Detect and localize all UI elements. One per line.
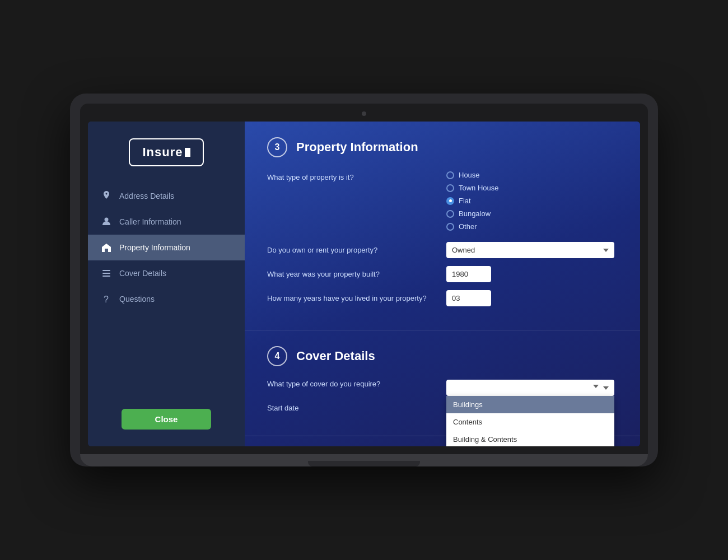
svg-rect-2 — [102, 273, 110, 274]
year-built-label: What year was your property built? — [267, 270, 435, 278]
person-icon — [101, 217, 111, 227]
dropdown-item-buildings[interactable]: Buildings — [446, 396, 614, 413]
radio-dot-bungalow — [446, 210, 454, 218]
radio-bungalow[interactable]: Bungalow — [446, 209, 499, 218]
cover-section-header: 4 Cover Details — [267, 346, 618, 366]
cover-type-dropdown-container: Buildings Contents Building & Contents — [446, 380, 614, 396]
logo-text: Insure — [142, 145, 183, 160]
radio-label-flat: Flat — [459, 197, 471, 205]
own-rent-row: Do you own or rent your property? Owned … — [267, 242, 618, 258]
cover-section: 4 Cover Details What type of cover do yo… — [245, 330, 640, 436]
property-type-row: What type of property is it? House Town … — [267, 171, 618, 231]
years-lived-input[interactable] — [446, 290, 491, 306]
laptop-frame: Insure Address Details — [70, 94, 658, 466]
radio-label-bungalow: Bungalow — [459, 209, 491, 218]
sidebar: Insure Address Details — [88, 122, 245, 446]
cover-type-row: What type of cover do you require? Build… — [267, 380, 618, 396]
cover-type-trigger[interactable] — [446, 380, 614, 396]
radio-flat[interactable]: Flat — [446, 197, 499, 205]
year-built-input[interactable] — [446, 266, 491, 282]
sidebar-label-questions: Questions — [119, 295, 155, 304]
dropdown-item-building-contents[interactable]: Building & Contents — [446, 431, 614, 446]
sidebar-item-property-information[interactable]: Property Information — [88, 235, 245, 260]
list-icon — [101, 268, 111, 278]
logo-box: Insure — [129, 138, 203, 166]
sidebar-item-caller-information[interactable]: Caller Information — [88, 209, 245, 235]
years-lived-label: How many years have you lived in your pr… — [267, 294, 435, 302]
radio-label-house: House — [459, 171, 480, 179]
property-section-title: Property Information — [296, 140, 418, 155]
close-button[interactable]: Close — [122, 409, 211, 430]
svg-point-0 — [105, 218, 109, 222]
radio-dot-flat — [446, 197, 454, 205]
cover-type-label: What type of cover do you require? — [267, 380, 435, 388]
radio-dot-house — [446, 171, 454, 179]
dropdown-item-contents[interactable]: Contents — [446, 413, 614, 431]
svg-text:?: ? — [104, 295, 109, 304]
sidebar-item-questions[interactable]: ? Questions — [88, 286, 245, 312]
radio-house[interactable]: House — [446, 171, 499, 179]
screen-bezel: Insure Address Details — [80, 104, 648, 454]
screen: Insure Address Details — [88, 122, 640, 446]
laptop-base — [80, 454, 648, 466]
property-type-label: What type of property is it? — [267, 171, 435, 181]
main-content: 3 Property Information What type of prop… — [245, 122, 640, 446]
cover-type-dropdown-list: Buildings Contents Building & Contents — [446, 396, 614, 446]
sidebar-label-caller: Caller Information — [119, 217, 181, 226]
close-button-area: Close — [88, 392, 245, 446]
own-rent-label: Do you own or rent your property? — [267, 246, 435, 254]
cover-section-number: 4 — [267, 346, 287, 366]
question-icon: ? — [101, 294, 111, 304]
year-built-row: What year was your property built? — [267, 266, 618, 282]
own-rent-select[interactable]: Owned Rented — [446, 242, 614, 258]
camera — [362, 111, 366, 116]
logo-cursor — [185, 148, 190, 157]
property-section-header: 3 Property Information — [267, 137, 618, 157]
sidebar-label-property: Property Information — [119, 243, 190, 252]
home-icon — [101, 242, 111, 253]
radio-label-other: Other — [459, 222, 477, 231]
property-section: 3 Property Information What type of prop… — [245, 122, 640, 330]
sidebar-label-cover: Cover Details — [119, 269, 166, 278]
sidebar-item-cover-details[interactable]: Cover Details — [88, 260, 245, 286]
radio-dot-other — [446, 223, 454, 231]
property-section-number: 3 — [267, 137, 287, 157]
sidebar-nav: Address Details Caller Information — [88, 183, 245, 392]
radio-townhouse[interactable]: Town House — [446, 184, 499, 192]
location-icon — [101, 191, 111, 201]
radio-dot-townhouse — [446, 184, 454, 192]
radio-other[interactable]: Other — [446, 222, 499, 231]
logo-area: Insure — [88, 122, 245, 183]
sidebar-item-address-details[interactable]: Address Details — [88, 183, 245, 209]
start-date-label: Start date — [267, 404, 435, 412]
property-type-radio-group: House Town House Flat — [446, 171, 499, 231]
sidebar-label-address: Address Details — [119, 192, 174, 200]
svg-rect-3 — [102, 276, 110, 277]
cover-section-title: Cover Details — [296, 349, 375, 363]
years-lived-row: How many years have you lived in your pr… — [267, 290, 618, 306]
radio-label-townhouse: Town House — [459, 184, 499, 192]
svg-rect-1 — [102, 270, 110, 271]
